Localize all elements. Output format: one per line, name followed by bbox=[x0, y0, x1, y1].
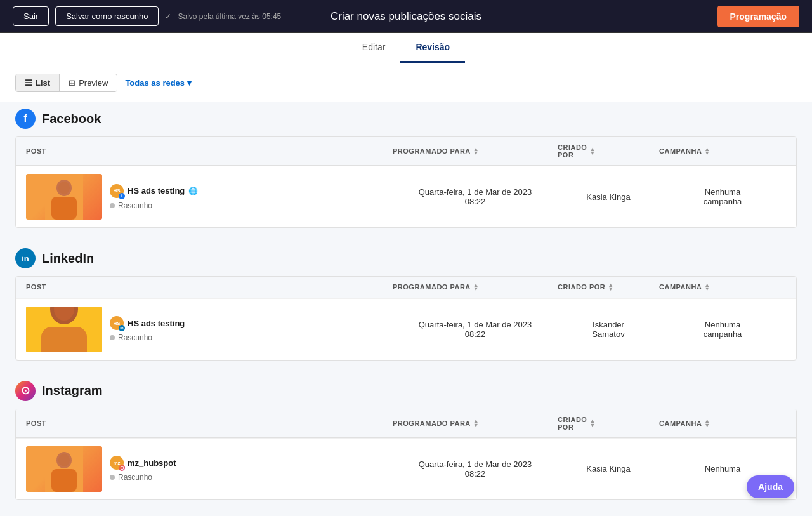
list-label: List bbox=[36, 78, 50, 88]
facebook-table-header: POST PROGRAMADO PARA ▲▼ CRIADO POR ▲▼ CA… bbox=[16, 137, 796, 166]
ig-scheduled-date: Quarta-feira, 1 de Mar de 2023 bbox=[393, 460, 558, 469]
sort-icon: ▲▼ bbox=[704, 147, 710, 155]
sort-icon: ▲▼ bbox=[589, 147, 595, 155]
sort-icon: ▲▼ bbox=[589, 419, 595, 427]
fb-scheduled-date: Quarta-feira, 1 de Mar de 2023 bbox=[393, 187, 558, 197]
ig-post-info: mz ⊙ mz_hubspot Rascunho bbox=[110, 456, 176, 482]
linkedin-table-header: POST PROGRAMADO PARA ▲▼ CRIADO POR ▲▼ CA… bbox=[16, 277, 796, 298]
li-col-created[interactable]: CRIADO POR ▲▼ bbox=[558, 283, 659, 291]
linkedin-section: in LinkedIn POST PROGRAMADO PARA ▲▼ CRIA… bbox=[15, 248, 797, 361]
ig-account-name: mz_hubspot bbox=[128, 458, 176, 468]
saved-check-icon: ✓ bbox=[165, 12, 171, 21]
svg-point-11 bbox=[58, 454, 70, 466]
tab-editar[interactable]: Editar bbox=[347, 33, 401, 63]
li-scheduled-cell: Quarta-feira, 1 de Mar de 2023 08:22 bbox=[393, 320, 558, 339]
instagram-label: Instagram bbox=[42, 383, 103, 398]
table-row: HS f HS ads testing 🌐 Rascunho Qu bbox=[16, 166, 796, 227]
li-col-post: POST bbox=[26, 283, 393, 291]
save-draft-button[interactable]: Salvar como rascunho bbox=[55, 6, 159, 26]
chevron-down-icon: ▾ bbox=[187, 78, 192, 88]
fb-post-account: HS f HS ads testing 🌐 bbox=[110, 184, 198, 198]
draft-dot-icon bbox=[110, 335, 115, 340]
li-created-cell: Iskander Samatov bbox=[558, 320, 659, 339]
sort-icon: ▲▼ bbox=[608, 283, 613, 291]
li-col-scheduled[interactable]: PROGRAMADO PARA ▲▼ bbox=[393, 283, 558, 291]
instagram-table-header: POST PROGRAMADO PARA ▲▼ CRIADO POR ▲▼ CA… bbox=[16, 409, 796, 438]
network-filter-button[interactable]: Todas as redes ▾ bbox=[125, 78, 192, 88]
ig-post-thumbnail bbox=[26, 446, 102, 492]
main-content: f Facebook POST PROGRAMADO PARA ▲▼ CRIAD… bbox=[0, 102, 812, 516]
ig-post-status: Rascunho bbox=[110, 473, 176, 482]
svg-point-3 bbox=[58, 182, 70, 194]
globe-icon: 🌐 bbox=[188, 187, 198, 195]
list-view-button[interactable]: ☰ List bbox=[16, 74, 59, 91]
li-post-thumbnail bbox=[26, 307, 102, 352]
ig-col-post: POST bbox=[26, 416, 393, 431]
fb-post-cell: HS f HS ads testing 🌐 Rascunho bbox=[26, 174, 393, 220]
list-icon: ☰ bbox=[25, 78, 32, 88]
facebook-badge-icon: f bbox=[119, 193, 125, 199]
sort-icon: ▲▼ bbox=[473, 283, 479, 291]
ig-status-label: Rascunho bbox=[118, 473, 152, 482]
fb-post-status: Rascunho bbox=[110, 201, 198, 210]
table-row: HS in HS ads testing Rascunho Quarta-fei… bbox=[16, 298, 796, 360]
svg-rect-10 bbox=[51, 469, 77, 492]
fb-col-campaign[interactable]: CAMPANHA ▲▼ bbox=[659, 143, 786, 159]
facebook-section: f Facebook POST PROGRAMADO PARA ▲▼ CRIAD… bbox=[15, 109, 797, 228]
preview-icon: ⊞ bbox=[69, 78, 75, 88]
linkedin-icon: in bbox=[15, 248, 36, 268]
facebook-title: f Facebook bbox=[15, 109, 797, 129]
fb-col-post: POST bbox=[26, 143, 393, 159]
linkedin-label: LinkedIn bbox=[42, 251, 94, 266]
instagram-icon: ⊙ bbox=[15, 381, 36, 401]
instagram-table: POST PROGRAMADO PARA ▲▼ CRIADO POR ▲▼ CA… bbox=[15, 409, 797, 500]
li-scheduled-time: 08:22 bbox=[393, 329, 558, 339]
fb-col-created[interactable]: CRIADO POR ▲▼ bbox=[558, 143, 659, 159]
instagram-title: ⊙ Instagram bbox=[15, 381, 797, 401]
facebook-icon: f bbox=[15, 109, 36, 129]
exit-button[interactable]: Sair bbox=[13, 6, 49, 26]
fb-campaign-cell: Nenhuma campanha bbox=[659, 187, 786, 206]
facebook-table: POST PROGRAMADO PARA ▲▼ CRIADO POR ▲▼ CA… bbox=[15, 136, 797, 228]
li-post-status: Rascunho bbox=[110, 333, 185, 342]
preview-view-button[interactable]: ⊞ Preview bbox=[59, 74, 117, 91]
tabs-bar: Editar Revisão bbox=[0, 33, 812, 63]
ig-col-created[interactable]: CRIADO POR ▲▼ bbox=[558, 416, 659, 431]
filter-label: Todas as redes bbox=[125, 78, 185, 88]
linkedin-badge-icon: in bbox=[119, 325, 125, 331]
toolbar: ☰ List ⊞ Preview Todas as redes ▾ bbox=[0, 63, 812, 102]
sort-icon: ▲▼ bbox=[704, 283, 710, 291]
svg-rect-2 bbox=[51, 197, 77, 220]
fb-account-avatar: HS f bbox=[110, 184, 124, 198]
top-bar: Sair Salvar como rascunho ✓ Salvo pela ú… bbox=[0, 0, 812, 33]
li-account-avatar: HS in bbox=[110, 316, 124, 330]
ig-campaign-cell: Nenhuma bbox=[659, 464, 786, 473]
ig-col-scheduled[interactable]: PROGRAMADO PARA ▲▼ bbox=[393, 416, 558, 431]
ig-col-campaign[interactable]: CAMPANHA ▲▼ bbox=[659, 416, 786, 431]
fb-col-scheduled[interactable]: PROGRAMADO PARA ▲▼ bbox=[393, 143, 558, 159]
ig-scheduled-cell: Quarta-feira, 1 de Mar de 2023 08:22 bbox=[393, 460, 558, 479]
facebook-label: Facebook bbox=[42, 112, 101, 126]
li-account-name: HS ads testing bbox=[128, 319, 185, 328]
sort-icon: ▲▼ bbox=[473, 147, 479, 155]
li-scheduled-date: Quarta-feira, 1 de Mar de 2023 bbox=[393, 320, 558, 329]
linkedin-title: in LinkedIn bbox=[15, 248, 797, 268]
fb-scheduled-cell: Quarta-feira, 1 de Mar de 2023 08:22 bbox=[393, 187, 558, 206]
sort-icon: ▲▼ bbox=[704, 419, 710, 427]
saved-timestamp: Salvo pela última vez às 05:45 bbox=[178, 12, 281, 21]
li-status-label: Rascunho bbox=[118, 333, 152, 342]
view-toggle: ☰ List ⊞ Preview bbox=[15, 74, 117, 92]
li-campaign-cell: Nenhuma campanha bbox=[659, 320, 786, 339]
fb-created-cell: Kasia Kinga bbox=[558, 192, 659, 202]
fb-status-label: Rascunho bbox=[118, 201, 152, 210]
li-post-account: HS in HS ads testing bbox=[110, 316, 185, 330]
tab-revisao[interactable]: Revisão bbox=[400, 33, 465, 63]
li-col-campaign[interactable]: CAMPANHA ▲▼ bbox=[659, 283, 786, 291]
fb-account-name: HS ads testing bbox=[128, 186, 185, 195]
page-title: Criar novas publicações sociais bbox=[331, 10, 481, 23]
ig-post-account: mz ⊙ mz_hubspot bbox=[110, 456, 176, 470]
instagram-badge-icon: ⊙ bbox=[119, 465, 125, 471]
preview-label: Preview bbox=[79, 78, 108, 88]
schedule-button[interactable]: Programação bbox=[717, 6, 799, 27]
help-button[interactable]: Ajuda bbox=[747, 475, 794, 498]
